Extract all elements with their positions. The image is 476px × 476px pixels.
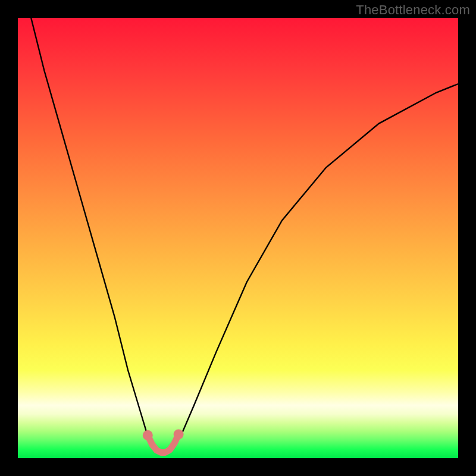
watermark: TheBottleneck.com [356,2,470,18]
cluster-end-dot [143,430,153,440]
cluster-end-dot [174,430,184,440]
chart-frame: TheBottleneck.com [0,0,476,476]
bottleneck-curve [31,18,458,454]
chart-svg [18,18,458,458]
bottom-cluster-dots [143,430,184,440]
